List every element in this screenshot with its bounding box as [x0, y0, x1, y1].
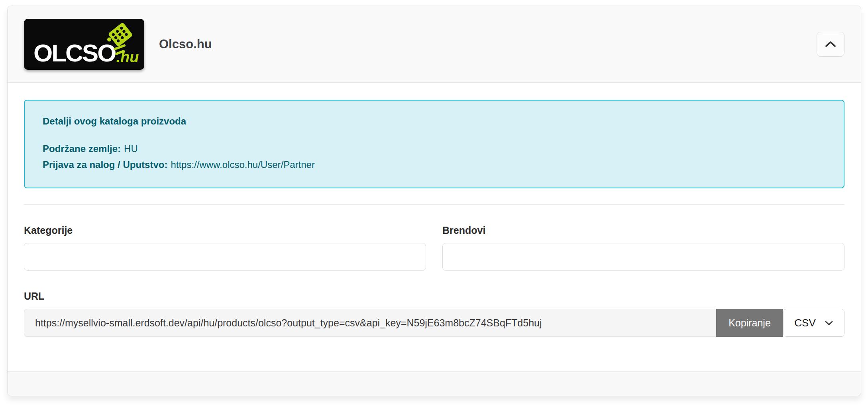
alert-title: Detalji ovog kataloga proizvoda	[43, 115, 826, 127]
format-selected-value: CSV	[794, 317, 815, 329]
card-body: Detalji ovog kataloga proizvoda Podržane…	[8, 83, 861, 371]
olcso-logo: OLCSO.hu	[24, 19, 144, 70]
brands-field: Brendovi	[442, 225, 844, 271]
categories-field: Kategorije	[24, 225, 426, 271]
catalog-details-alert: Detalji ovog kataloga proizvoda Podržane…	[24, 100, 844, 188]
card-header: OLCSO.hu Olcso.hu	[8, 6, 861, 83]
catalog-card: OLCSO.hu Olcso.hu Detalji ovog ka	[7, 6, 861, 396]
url-section: URL Kopiranje CSV	[24, 290, 844, 337]
brands-label: Brendovi	[442, 225, 844, 236]
signup-label: Prijava za nalog / Uputstvo:	[43, 159, 167, 170]
categories-input[interactable]	[24, 243, 426, 271]
copy-button[interactable]: Kopiranje	[716, 309, 783, 337]
section-divider	[24, 204, 844, 205]
format-select[interactable]: CSV	[783, 309, 844, 337]
page-title: Olcso.hu	[159, 37, 212, 51]
url-label: URL	[24, 290, 844, 302]
chevron-down-icon	[825, 320, 833, 326]
filter-fields: Kategorije Brendovi	[24, 225, 844, 271]
collapse-button[interactable]	[817, 32, 844, 57]
categories-label: Kategorije	[24, 225, 426, 236]
chevron-up-icon	[825, 41, 837, 47]
brands-input[interactable]	[442, 243, 844, 271]
signup-url: https://www.olcso.hu/User/Partner	[171, 159, 314, 170]
signup-line: Prijava za nalog / Uputstvo:https://www.…	[43, 157, 826, 173]
card-footer	[8, 371, 861, 396]
supported-countries-label: Podržane zemlje:	[43, 143, 121, 154]
supported-countries-value: HU	[124, 143, 138, 154]
shopping-cart-icon	[100, 21, 139, 59]
url-input-group: Kopiranje CSV	[24, 309, 844, 337]
url-input[interactable]	[24, 309, 716, 337]
supported-countries-line: Podržane zemlje:HU	[43, 141, 826, 157]
